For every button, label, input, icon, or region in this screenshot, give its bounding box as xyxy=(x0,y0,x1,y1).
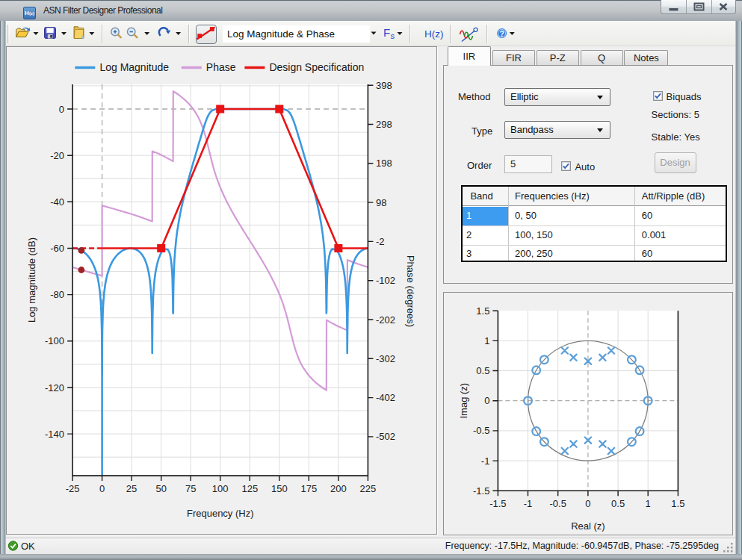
svg-text:-1.5: -1.5 xyxy=(489,498,506,509)
svg-text:1.5: 1.5 xyxy=(671,498,684,509)
svg-text:1.5: 1.5 xyxy=(476,305,489,317)
svg-text:-1.5: -1.5 xyxy=(473,485,489,497)
svg-text:-0.5: -0.5 xyxy=(549,498,566,509)
svg-text:0.5: 0.5 xyxy=(476,365,489,376)
svg-text:-1: -1 xyxy=(481,455,490,467)
svg-text:0: 0 xyxy=(484,395,489,406)
svg-text:-0.5: -0.5 xyxy=(473,425,489,436)
svg-text:0: 0 xyxy=(585,498,590,509)
svg-text:1: 1 xyxy=(646,498,651,509)
svg-text:0.5: 0.5 xyxy=(611,498,625,509)
svg-text:-1: -1 xyxy=(524,498,533,509)
svg-text:Imag (z): Imag (z) xyxy=(458,383,469,419)
svg-text:Real (z): Real (z) xyxy=(571,520,605,532)
svg-text:1: 1 xyxy=(484,335,489,346)
